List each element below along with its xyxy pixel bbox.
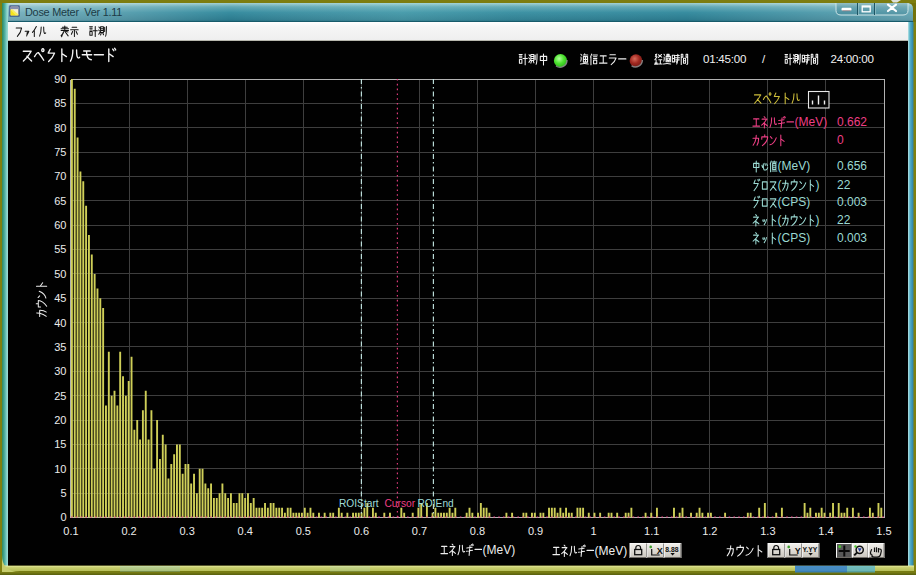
svg-text:(: ( — [778, 213, 782, 227]
svg-text:X: X — [657, 546, 663, 556]
svg-text:25: 25 — [54, 390, 66, 402]
svg-text:Dose Meter Ver 1.11: Dose Meter Ver 1.11 — [25, 6, 122, 18]
svg-text:1.2: 1.2 — [702, 525, 717, 537]
svg-text:22: 22 — [837, 178, 851, 192]
svg-text:55: 55 — [54, 243, 66, 255]
svg-text:0.8: 0.8 — [470, 525, 485, 537]
svg-text:0.9: 0.9 — [528, 525, 543, 537]
svg-text:(MeV): (MeV) — [795, 115, 828, 129]
svg-text:Cursor: Cursor — [385, 498, 416, 509]
svg-text:ROIEnd: ROIEnd — [418, 498, 455, 509]
svg-text:Y.YY: Y.YY — [803, 546, 818, 553]
svg-text:0.003: 0.003 — [837, 231, 867, 245]
svg-text:0.1: 0.1 — [63, 525, 78, 537]
svg-text:1.5: 1.5 — [876, 525, 891, 537]
svg-text:0: 0 — [60, 511, 66, 523]
svg-text:65: 65 — [54, 195, 66, 207]
svg-text:0.2: 0.2 — [121, 525, 136, 537]
svg-text:Y: Y — [795, 546, 801, 556]
svg-text:(CPS): (CPS) — [778, 195, 811, 209]
svg-text:0.656: 0.656 — [837, 159, 867, 173]
svg-text:ROIStart: ROIStart — [339, 498, 379, 509]
svg-text:01:45:00: 01:45:00 — [703, 52, 746, 65]
svg-text:80: 80 — [54, 122, 66, 134]
svg-text:0: 0 — [837, 133, 844, 147]
svg-text:50: 50 — [54, 268, 66, 280]
svg-text:85: 85 — [54, 97, 66, 109]
svg-text:35: 35 — [54, 341, 66, 353]
svg-text:): ) — [816, 178, 820, 192]
svg-text:0.662: 0.662 — [837, 115, 867, 129]
svg-text:0.5: 0.5 — [296, 525, 311, 537]
svg-text:0.7: 0.7 — [412, 525, 427, 537]
svg-text:30: 30 — [54, 365, 66, 377]
svg-text:): ) — [816, 213, 820, 227]
svg-text:0.4: 0.4 — [238, 525, 253, 537]
svg-text:1: 1 — [591, 525, 597, 537]
svg-text:24:00:00: 24:00:00 — [831, 52, 874, 65]
svg-text:45: 45 — [54, 292, 66, 304]
svg-text:1.4: 1.4 — [818, 525, 833, 537]
svg-text:20: 20 — [54, 414, 66, 426]
svg-text:75: 75 — [54, 146, 66, 158]
svg-text:0.003: 0.003 — [837, 195, 867, 209]
svg-text:0.6: 0.6 — [354, 525, 369, 537]
svg-text:5: 5 — [60, 487, 66, 499]
svg-text:60: 60 — [54, 219, 66, 231]
svg-text:15: 15 — [54, 438, 66, 450]
svg-text:10: 10 — [54, 463, 66, 475]
svg-text:40: 40 — [54, 317, 66, 329]
svg-text:90: 90 — [54, 73, 66, 85]
svg-text:70: 70 — [54, 170, 66, 182]
svg-text:22: 22 — [837, 213, 851, 227]
svg-text:1.3: 1.3 — [760, 525, 775, 537]
svg-text:0.3: 0.3 — [179, 525, 194, 537]
svg-text:(MeV): (MeV) — [595, 544, 628, 558]
svg-text:8.88: 8.88 — [665, 546, 678, 553]
svg-text:(: ( — [778, 178, 782, 192]
svg-text:1.1: 1.1 — [644, 525, 659, 537]
svg-text:(MeV): (MeV) — [778, 159, 811, 173]
svg-text:(CPS): (CPS) — [778, 231, 811, 245]
svg-text:(MeV): (MeV) — [483, 543, 516, 557]
